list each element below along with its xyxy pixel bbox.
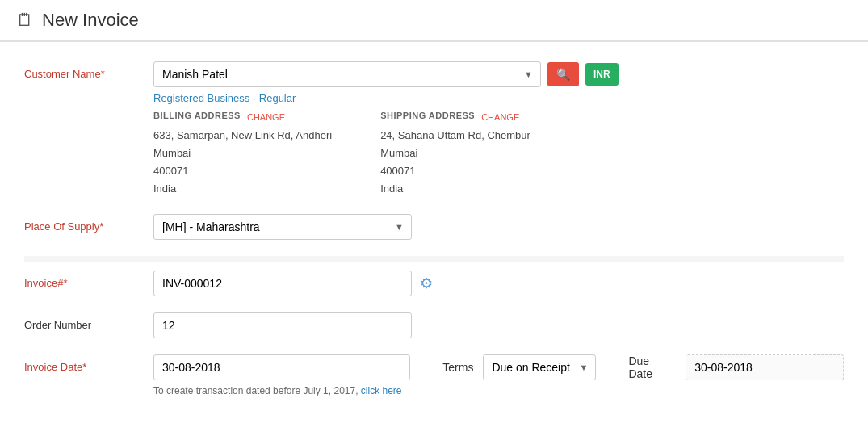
invoice-number-input[interactable] xyxy=(153,271,412,296)
customer-name-label: Customer Name* xyxy=(24,61,153,80)
customer-name-control: Manish Patel ▼ 🔍 INR Registered Business… xyxy=(153,61,844,198)
shipping-line1: 24, Sahana Uttam Rd, Chembur xyxy=(380,129,530,141)
billing-line2: Mumbai xyxy=(153,147,191,159)
invoice-number-control: ⚙ xyxy=(153,271,844,296)
terms-label: Terms xyxy=(442,361,473,374)
due-date-input[interactable] xyxy=(686,354,844,380)
due-date-label: Due Date xyxy=(628,354,676,380)
shipping-line4: India xyxy=(380,182,403,195)
form-body: Customer Name* Manish Patel ▼ 🔍 INR Regi… xyxy=(0,42,868,432)
invoice-date-label: Invoice Date* xyxy=(24,354,153,373)
order-number-row: Order Number xyxy=(24,312,844,338)
place-of-supply-control: [MH] - Maharashtra[DL] - Delhi[KA] - Kar… xyxy=(153,214,844,240)
billing-line3: 400071 xyxy=(153,165,188,177)
page-title: New Invoice xyxy=(42,10,139,31)
billing-line4: India xyxy=(153,182,176,195)
customer-search-button[interactable]: 🔍 xyxy=(547,62,579,86)
customer-name-row: Customer Name* Manish Patel ▼ 🔍 INR Regi… xyxy=(24,61,844,198)
invoice-date-control: Terms Due on ReceiptNet 15Net 30Net 45Ne… xyxy=(153,354,844,396)
customer-input-row: Manish Patel ▼ 🔍 INR xyxy=(153,61,844,87)
shipping-change-link[interactable]: CHANGE xyxy=(481,112,519,122)
page-header: 🗒 New Invoice xyxy=(0,0,868,41)
registered-business-link[interactable]: Registered Business - Regular xyxy=(153,92,844,104)
customer-name-select-wrapper: Manish Patel ▼ xyxy=(153,61,541,87)
invoice-date-row: Invoice Date* Terms Due on ReceiptNet 15… xyxy=(24,354,844,396)
customer-name-select[interactable]: Manish Patel xyxy=(153,61,541,87)
invoice-date-input-row: Terms Due on ReceiptNet 15Net 30Net 45Ne… xyxy=(153,354,844,380)
terms-select[interactable]: Due on ReceiptNet 15Net 30Net 45Net 60 xyxy=(483,354,596,380)
invoice-date-input[interactable] xyxy=(153,354,410,380)
terms-group: Terms Due on ReceiptNet 15Net 30Net 45Ne… xyxy=(442,354,596,380)
shipping-address-text: 24, Sahana Uttam Rd, Chembur Mumbai 4000… xyxy=(380,127,530,198)
place-of-supply-select[interactable]: [MH] - Maharashtra[DL] - Delhi[KA] - Kar… xyxy=(153,214,412,240)
hint-text-content: To create transaction dated before July … xyxy=(153,385,359,396)
order-number-control xyxy=(153,312,844,338)
shipping-line3: 400071 xyxy=(380,165,415,177)
click-here-link[interactable]: click here xyxy=(361,385,402,396)
billing-change-link[interactable]: CHANGE xyxy=(247,112,285,122)
place-of-supply-label: Place Of Supply* xyxy=(24,214,153,233)
shipping-address-header: SHIPPING ADDRESS xyxy=(380,111,475,120)
invoice-number-label: Invoice#* xyxy=(24,271,153,289)
billing-address-col: BILLING ADDRESS CHANGE 633, Samarpan, Ne… xyxy=(153,111,332,198)
place-of-supply-select-wrapper: [MH] - Maharashtra[DL] - Delhi[KA] - Kar… xyxy=(153,214,412,240)
currency-button[interactable]: INR xyxy=(585,63,619,86)
place-of-supply-row: Place Of Supply* [MH] - Maharashtra[DL] … xyxy=(24,214,844,240)
invoice-number-row: Invoice#* ⚙ xyxy=(24,271,844,296)
order-number-input[interactable] xyxy=(153,312,412,338)
invoice-number-input-row: ⚙ xyxy=(153,271,844,296)
shipping-address-col: SHIPPING ADDRESS CHANGE 24, Sahana Uttam… xyxy=(380,111,530,198)
invoice-icon: 🗒 xyxy=(16,10,34,31)
search-icon: 🔍 xyxy=(556,68,570,81)
settings-icon[interactable]: ⚙ xyxy=(420,275,433,292)
section-divider xyxy=(24,256,844,262)
shipping-line2: Mumbai xyxy=(380,147,417,159)
terms-select-wrapper: Due on ReceiptNet 15Net 30Net 45Net 60 ▼ xyxy=(483,354,596,380)
billing-line1: 633, Samarpan, New Link Rd, Andheri xyxy=(153,129,332,141)
due-date-group: Due Date xyxy=(628,354,844,380)
address-section: BILLING ADDRESS CHANGE 633, Samarpan, Ne… xyxy=(153,111,844,198)
billing-address-header: BILLING ADDRESS xyxy=(153,111,241,120)
order-number-label: Order Number xyxy=(24,312,153,331)
billing-address-text: 633, Samarpan, New Link Rd, Andheri Mumb… xyxy=(153,127,332,198)
hint-text: To create transaction dated before July … xyxy=(153,385,844,396)
